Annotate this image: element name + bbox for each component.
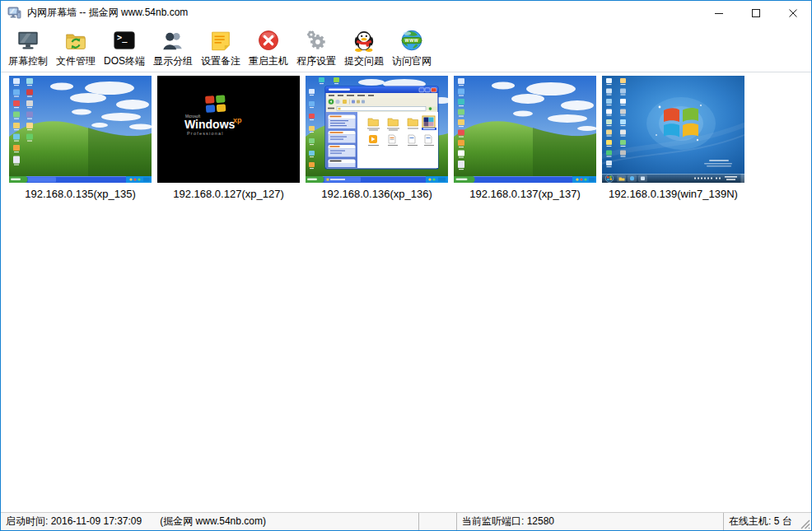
toolbar-button-set-remark[interactable]: 设置备注 [198,27,243,70]
restart-icon [256,28,281,53]
toolbar-button-display-group[interactable]: 显示分组 [151,27,195,70]
host-label: 192.168.0.139(win7_139N) [602,188,744,200]
gear-icon [304,28,329,53]
host-thumbnail[interactable]: 192.168.0.136(xp_136) [306,76,448,200]
users-icon [161,28,185,53]
screen-wall: 192.168.0.135(xp_135) Microsoft Windows … [1,72,811,512]
svg-text:www: www [404,37,418,43]
toolbar-button-file-manager[interactable]: 文件管理 [54,27,98,70]
maximize-button[interactable] [737,1,774,25]
host-thumbnail[interactable]: 192.168.0.137(xp_137) [454,76,596,200]
terminal-icon: >_ [112,28,137,53]
toolbar-button-restart-host[interactable]: 重启主机 [246,27,291,70]
toolbar-button-label: DOS终端 [104,54,145,68]
window-title: 内网屏幕墙 -- 掘金网 www.54nb.com [27,6,188,20]
app-icon [7,6,21,20]
start-time-text: 启动时间: 2016-11-09 17:37:09 [6,515,142,529]
online-hosts-text: 在线主机: 5 台 [729,515,792,529]
window-controls [700,1,811,25]
svg-text:xp: xp [233,116,242,124]
toolbar-button-label: 文件管理 [56,54,96,68]
note-icon [208,28,233,53]
close-button[interactable] [774,1,811,25]
minimize-icon [715,9,723,17]
toolbar-button-program-settings[interactable]: 程序设置 [294,27,338,70]
minimize-button[interactable] [700,1,737,25]
monitor-icon [16,28,40,53]
toolbar-button-label: 重启主机 [249,54,288,68]
toolbar-button-label: 访问官网 [392,54,432,68]
close-icon [789,9,797,17]
svg-text:Professional: Professional [187,131,224,136]
statusbar: 启动时间: 2016-11-09 17:37:09 (掘金网 www.54nb.… [1,512,811,530]
toolbar-button-visit-website[interactable]: www 访问官网 [390,27,434,70]
host-label: 192.168.0.127(xp_127) [157,188,300,200]
folder-sync-icon [63,28,88,53]
svg-text:>_: >_ [117,32,128,43]
screen-preview-xp-bliss [9,76,152,183]
maximize-icon [752,9,760,17]
statusbar-listen-port-panel: 当前监听端口: 12580 [457,513,724,530]
app-window: 内网屏幕墙 -- 掘金网 www.54nb.com [0,0,812,531]
host-thumbnail[interactable]: Microsoft Windows xp Professional 192.16… [157,76,300,200]
screen-preview-win7 [602,76,744,183]
screen-preview-xp-boot: Microsoft Windows xp Professional [157,76,300,183]
toolbar-button-label: 显示分组 [153,54,193,68]
toolbar-button-label: 提交问题 [344,54,384,68]
toolbar-button-label: 程序设置 [296,54,336,68]
toolbar-button-submit-issue[interactable]: 提交问题 [342,27,386,70]
toolbar: 屏幕控制 文件管理 >_ DOS终端 [1,25,811,72]
qq-icon [352,28,376,53]
toolbar-button-label: 设置备注 [201,54,240,68]
site-text: (掘金网 www.54nb.com) [160,515,266,529]
titlebar[interactable]: 内网屏幕墙 -- 掘金网 www.54nb.com [1,1,811,25]
toolbar-button-screen-control[interactable]: 屏幕控制 [6,27,50,70]
statusbar-online-hosts-panel: 在线主机: 5 台 [724,513,811,530]
resize-grip-icon[interactable] [800,519,810,529]
globe-icon: www [399,28,424,53]
host-label: 192.168.0.137(xp_137) [454,188,596,200]
statusbar-spacer-panel [419,513,457,530]
toolbar-button-dos-terminal[interactable]: >_ DOS终端 [101,27,147,70]
screen-preview-xp-bliss [454,76,596,183]
svg-text:Windows: Windows [184,118,236,131]
host-thumbnail[interactable]: 192.168.0.135(xp_135) [9,76,152,200]
statusbar-start-time-panel: 启动时间: 2016-11-09 17:37:09 (掘金网 www.54nb.… [1,513,419,530]
host-label: 192.168.0.136(xp_136) [306,188,448,200]
host-thumbnail[interactable]: 192.168.0.139(win7_139N) [602,76,744,200]
host-label: 192.168.0.135(xp_135) [9,188,152,200]
listen-port-text: 当前监听端口: 12580 [462,515,554,529]
screen-preview-xp-explorer [306,76,448,183]
toolbar-button-label: 屏幕控制 [8,54,48,68]
